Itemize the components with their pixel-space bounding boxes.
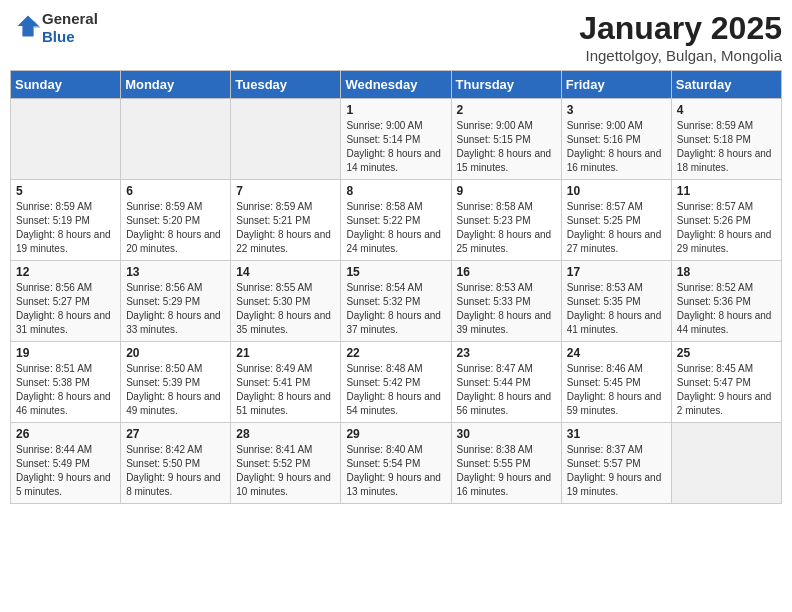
- day-number: 22: [346, 346, 445, 360]
- day-info: Sunrise: 8:40 AM Sunset: 5:54 PM Dayligh…: [346, 443, 445, 499]
- calendar-cell: 3Sunrise: 9:00 AM Sunset: 5:16 PM Daylig…: [561, 99, 671, 180]
- calendar-cell: 27Sunrise: 8:42 AM Sunset: 5:50 PM Dayli…: [121, 423, 231, 504]
- day-info: Sunrise: 8:55 AM Sunset: 5:30 PM Dayligh…: [236, 281, 335, 337]
- title-block: January 2025 Ingettolgoy, Bulgan, Mongol…: [579, 10, 782, 64]
- calendar-cell: 29Sunrise: 8:40 AM Sunset: 5:54 PM Dayli…: [341, 423, 451, 504]
- day-info: Sunrise: 8:37 AM Sunset: 5:57 PM Dayligh…: [567, 443, 666, 499]
- calendar-cell: 9Sunrise: 8:58 AM Sunset: 5:23 PM Daylig…: [451, 180, 561, 261]
- day-number: 10: [567, 184, 666, 198]
- day-number: 18: [677, 265, 776, 279]
- day-number: 28: [236, 427, 335, 441]
- day-info: Sunrise: 9:00 AM Sunset: 5:16 PM Dayligh…: [567, 119, 666, 175]
- day-info: Sunrise: 8:57 AM Sunset: 5:26 PM Dayligh…: [677, 200, 776, 256]
- day-info: Sunrise: 8:45 AM Sunset: 5:47 PM Dayligh…: [677, 362, 776, 418]
- day-number: 31: [567, 427, 666, 441]
- day-info: Sunrise: 8:48 AM Sunset: 5:42 PM Dayligh…: [346, 362, 445, 418]
- day-header-tuesday: Tuesday: [231, 71, 341, 99]
- day-info: Sunrise: 8:52 AM Sunset: 5:36 PM Dayligh…: [677, 281, 776, 337]
- day-header-saturday: Saturday: [671, 71, 781, 99]
- day-number: 21: [236, 346, 335, 360]
- calendar-cell: 16Sunrise: 8:53 AM Sunset: 5:33 PM Dayli…: [451, 261, 561, 342]
- calendar-title: January 2025: [579, 10, 782, 47]
- calendar-cell: 6Sunrise: 8:59 AM Sunset: 5:20 PM Daylig…: [121, 180, 231, 261]
- day-info: Sunrise: 8:58 AM Sunset: 5:23 PM Dayligh…: [457, 200, 556, 256]
- day-info: Sunrise: 8:53 AM Sunset: 5:35 PM Dayligh…: [567, 281, 666, 337]
- day-info: Sunrise: 9:00 AM Sunset: 5:14 PM Dayligh…: [346, 119, 445, 175]
- header: General Blue January 2025 Ingettolgoy, B…: [10, 10, 782, 64]
- day-info: Sunrise: 8:59 AM Sunset: 5:20 PM Dayligh…: [126, 200, 225, 256]
- day-info: Sunrise: 8:38 AM Sunset: 5:55 PM Dayligh…: [457, 443, 556, 499]
- calendar-cell: 12Sunrise: 8:56 AM Sunset: 5:27 PM Dayli…: [11, 261, 121, 342]
- logo-general-text: General: [42, 10, 98, 27]
- day-info: Sunrise: 8:54 AM Sunset: 5:32 PM Dayligh…: [346, 281, 445, 337]
- logo-blue-text: Blue: [42, 28, 75, 45]
- day-info: Sunrise: 8:59 AM Sunset: 5:18 PM Dayligh…: [677, 119, 776, 175]
- day-number: 16: [457, 265, 556, 279]
- calendar-cell: 26Sunrise: 8:44 AM Sunset: 5:49 PM Dayli…: [11, 423, 121, 504]
- svg-marker-1: [34, 20, 41, 27]
- day-info: Sunrise: 8:58 AM Sunset: 5:22 PM Dayligh…: [346, 200, 445, 256]
- day-number: 9: [457, 184, 556, 198]
- day-number: 14: [236, 265, 335, 279]
- day-info: Sunrise: 9:00 AM Sunset: 5:15 PM Dayligh…: [457, 119, 556, 175]
- day-number: 26: [16, 427, 115, 441]
- day-number: 1: [346, 103, 445, 117]
- calendar-cell: 2Sunrise: 9:00 AM Sunset: 5:15 PM Daylig…: [451, 99, 561, 180]
- day-info: Sunrise: 8:41 AM Sunset: 5:52 PM Dayligh…: [236, 443, 335, 499]
- day-number: 20: [126, 346, 225, 360]
- day-number: 5: [16, 184, 115, 198]
- day-number: 8: [346, 184, 445, 198]
- day-info: Sunrise: 8:53 AM Sunset: 5:33 PM Dayligh…: [457, 281, 556, 337]
- day-number: 15: [346, 265, 445, 279]
- calendar-cell: 25Sunrise: 8:45 AM Sunset: 5:47 PM Dayli…: [671, 342, 781, 423]
- day-number: 11: [677, 184, 776, 198]
- calendar-cell: 19Sunrise: 8:51 AM Sunset: 5:38 PM Dayli…: [11, 342, 121, 423]
- day-number: 27: [126, 427, 225, 441]
- calendar-cell: [11, 99, 121, 180]
- calendar-cell: 7Sunrise: 8:59 AM Sunset: 5:21 PM Daylig…: [231, 180, 341, 261]
- calendar-cell: 20Sunrise: 8:50 AM Sunset: 5:39 PM Dayli…: [121, 342, 231, 423]
- day-info: Sunrise: 8:49 AM Sunset: 5:41 PM Dayligh…: [236, 362, 335, 418]
- calendar-cell: 21Sunrise: 8:49 AM Sunset: 5:41 PM Dayli…: [231, 342, 341, 423]
- day-number: 29: [346, 427, 445, 441]
- calendar-cell: 13Sunrise: 8:56 AM Sunset: 5:29 PM Dayli…: [121, 261, 231, 342]
- day-header-thursday: Thursday: [451, 71, 561, 99]
- calendar-cell: 8Sunrise: 8:58 AM Sunset: 5:22 PM Daylig…: [341, 180, 451, 261]
- day-number: 13: [126, 265, 225, 279]
- calendar-cell: 17Sunrise: 8:53 AM Sunset: 5:35 PM Dayli…: [561, 261, 671, 342]
- calendar-cell: 1Sunrise: 9:00 AM Sunset: 5:14 PM Daylig…: [341, 99, 451, 180]
- day-header-wednesday: Wednesday: [341, 71, 451, 99]
- day-info: Sunrise: 8:44 AM Sunset: 5:49 PM Dayligh…: [16, 443, 115, 499]
- day-number: 30: [457, 427, 556, 441]
- day-info: Sunrise: 8:59 AM Sunset: 5:21 PM Dayligh…: [236, 200, 335, 256]
- day-info: Sunrise: 8:51 AM Sunset: 5:38 PM Dayligh…: [16, 362, 115, 418]
- day-header-monday: Monday: [121, 71, 231, 99]
- day-number: 2: [457, 103, 556, 117]
- calendar-week-5: 26Sunrise: 8:44 AM Sunset: 5:49 PM Dayli…: [11, 423, 782, 504]
- calendar-cell: [231, 99, 341, 180]
- day-number: 19: [16, 346, 115, 360]
- day-number: 25: [677, 346, 776, 360]
- calendar-cell: 30Sunrise: 8:38 AM Sunset: 5:55 PM Dayli…: [451, 423, 561, 504]
- day-info: Sunrise: 8:46 AM Sunset: 5:45 PM Dayligh…: [567, 362, 666, 418]
- calendar-cell: 14Sunrise: 8:55 AM Sunset: 5:30 PM Dayli…: [231, 261, 341, 342]
- logo: General Blue: [10, 10, 98, 46]
- calendar-subtitle: Ingettolgoy, Bulgan, Mongolia: [579, 47, 782, 64]
- day-info: Sunrise: 8:56 AM Sunset: 5:27 PM Dayligh…: [16, 281, 115, 337]
- day-number: 23: [457, 346, 556, 360]
- day-info: Sunrise: 8:59 AM Sunset: 5:19 PM Dayligh…: [16, 200, 115, 256]
- day-number: 17: [567, 265, 666, 279]
- day-info: Sunrise: 8:57 AM Sunset: 5:25 PM Dayligh…: [567, 200, 666, 256]
- day-number: 12: [16, 265, 115, 279]
- logo-icon: [14, 12, 42, 40]
- calendar-week-2: 5Sunrise: 8:59 AM Sunset: 5:19 PM Daylig…: [11, 180, 782, 261]
- day-header-sunday: Sunday: [11, 71, 121, 99]
- calendar-cell: 5Sunrise: 8:59 AM Sunset: 5:19 PM Daylig…: [11, 180, 121, 261]
- calendar-cell: 24Sunrise: 8:46 AM Sunset: 5:45 PM Dayli…: [561, 342, 671, 423]
- calendar-week-4: 19Sunrise: 8:51 AM Sunset: 5:38 PM Dayli…: [11, 342, 782, 423]
- calendar-cell: 23Sunrise: 8:47 AM Sunset: 5:44 PM Dayli…: [451, 342, 561, 423]
- day-info: Sunrise: 8:50 AM Sunset: 5:39 PM Dayligh…: [126, 362, 225, 418]
- calendar-week-3: 12Sunrise: 8:56 AM Sunset: 5:27 PM Dayli…: [11, 261, 782, 342]
- calendar-cell: 28Sunrise: 8:41 AM Sunset: 5:52 PM Dayli…: [231, 423, 341, 504]
- calendar-cell: [671, 423, 781, 504]
